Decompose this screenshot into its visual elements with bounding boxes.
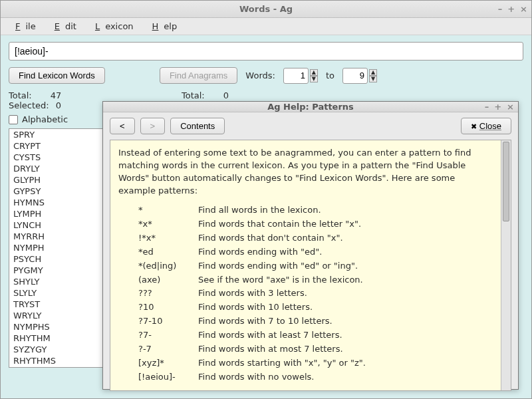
- table-row: ?7-Find words with at least 7 letters.: [138, 329, 366, 342]
- alphabetic-checkbox[interactable]: [9, 115, 18, 124]
- pattern-cell: *x*: [138, 217, 198, 231]
- pattern-cell: *: [138, 203, 198, 217]
- help-contents-button[interactable]: Contents: [170, 118, 225, 134]
- words-from-spinner[interactable]: ▲▼: [283, 68, 318, 84]
- help-back-button[interactable]: <: [110, 118, 135, 134]
- table-row: *(ed|ing)Find words ending with "ed" or …: [138, 259, 366, 273]
- menubar: File Edit Lexicon Help: [1, 18, 531, 35]
- description-cell: Find words with at most 7 letters.: [198, 342, 366, 356]
- pattern-input[interactable]: [9, 42, 523, 61]
- description-cell: Find words with 7 to 10 letters.: [198, 315, 366, 329]
- spinner-down-icon[interactable]: ▼: [369, 76, 377, 82]
- pattern-cell: (axe): [138, 273, 198, 287]
- help-content-frame: Instead of entering some text to be anag…: [110, 140, 511, 391]
- description-cell: Find words ending with "ed".: [198, 245, 366, 259]
- help-content: Instead of entering some text to be anag…: [110, 140, 501, 390]
- pattern-cell: *ed: [138, 245, 198, 259]
- help-window: Ag Help: Patterns – + × < > Contents Clo…: [102, 101, 519, 390]
- table-row: *Find all words in the lexicon.: [138, 203, 366, 217]
- help-intro: Instead of entering some text to be anag…: [118, 147, 493, 197]
- maximize-icon[interactable]: +: [507, 4, 515, 14]
- words-label: Words:: [245, 70, 275, 80]
- table-row: ?-7Find words with at most 7 letters.: [138, 342, 366, 356]
- description-cell: Find words ending with "ed" or "ing".: [198, 259, 366, 273]
- table-row: !*x*Find words that don't contain "x".: [138, 231, 366, 245]
- pattern-cell: ?-7: [138, 342, 198, 356]
- help-scrollbar[interactable]: [501, 140, 511, 390]
- table-row: *x*Find words that contain the letter "x…: [138, 217, 366, 231]
- description-cell: Find words that don't contain "x".: [198, 231, 366, 245]
- minimize-icon[interactable]: –: [485, 102, 489, 112]
- help-toolbar: < > Contents Close: [103, 112, 518, 140]
- total-label: Total:: [9, 90, 32, 100]
- window-title: Words - Ag: [239, 4, 293, 14]
- pattern-cell: ?7-: [138, 329, 198, 342]
- description-cell: Find words with no vowels.: [198, 370, 366, 384]
- pattern-cell: *(ed|ing): [138, 259, 198, 273]
- description-cell: Find words that contain the letter "x".: [198, 217, 366, 231]
- help-forward-button[interactable]: >: [140, 118, 166, 134]
- help-titlebar: Ag Help: Patterns – + ×: [103, 102, 518, 112]
- pattern-cell: ???: [138, 287, 198, 301]
- menu-lexicon[interactable]: Lexicon: [84, 19, 139, 33]
- x-icon: [471, 121, 479, 131]
- help-window-title: Ag Help: Patterns: [267, 102, 354, 112]
- menu-file[interactable]: File: [5, 19, 41, 33]
- right-total-value: 0: [223, 90, 229, 100]
- spinner-up-icon[interactable]: ▲: [310, 69, 318, 76]
- scrollbar-thumb[interactable]: [503, 142, 509, 221]
- words-from-input[interactable]: [283, 68, 309, 84]
- description-cell: Find words with 10 letters.: [198, 301, 366, 315]
- help-close-button[interactable]: Close: [461, 118, 511, 134]
- spinner-up-icon[interactable]: ▲: [369, 69, 377, 76]
- table-row: *edFind words ending with "ed".: [138, 245, 366, 259]
- words-to-input[interactable]: [342, 68, 368, 84]
- selected-value: 0: [56, 100, 61, 110]
- description-cell: See if the word "axe" is in the lexicon.: [198, 273, 366, 287]
- table-row: [xyz]*Find words starting with "x", "y" …: [138, 356, 366, 370]
- maximize-icon[interactable]: +: [494, 102, 501, 112]
- table-row: ?7-10Find words with 7 to 10 letters.: [138, 315, 366, 329]
- menu-edit[interactable]: Edit: [44, 19, 82, 33]
- right-total-label: Total:: [182, 90, 205, 100]
- minimize-icon[interactable]: –: [498, 4, 503, 14]
- pattern-cell: [!aeiou]-: [138, 370, 198, 384]
- action-row: Find Lexicon Words Find Anagrams Words: …: [9, 67, 523, 84]
- menu-help[interactable]: Help: [142, 19, 183, 33]
- table-row: [!aeiou]-Find words with no vowels.: [138, 370, 366, 384]
- total-value: 47: [51, 90, 62, 100]
- main-titlebar: Words - Ag – + ×: [1, 1, 531, 18]
- pattern-cell: [xyz]*: [138, 356, 198, 370]
- spinner-down-icon[interactable]: ▼: [310, 76, 318, 82]
- table-row: ?10Find words with 10 letters.: [138, 301, 366, 315]
- alphabetic-label: Alphabetic: [22, 114, 68, 124]
- description-cell: Find all words in the lexicon.: [198, 203, 366, 217]
- description-cell: Find words starting with "x", "y" or "z"…: [198, 356, 366, 370]
- words-to-label: to: [326, 70, 334, 80]
- selected-label: Selected:: [9, 100, 49, 110]
- find-lexicon-words-button[interactable]: Find Lexicon Words: [9, 67, 105, 84]
- pattern-cell: !*x*: [138, 231, 198, 245]
- table-row: ???Find words with 3 letters.: [138, 287, 366, 301]
- table-row: (axe)See if the word "axe" is in the lex…: [138, 273, 366, 287]
- description-cell: Find words with 3 letters.: [198, 287, 366, 301]
- description-cell: Find words with at least 7 letters.: [198, 329, 366, 342]
- pattern-cell: ?10: [138, 301, 198, 315]
- close-icon[interactable]: ×: [507, 102, 514, 112]
- pattern-examples-table: *Find all words in the lexicon.*x*Find w…: [138, 203, 366, 384]
- close-icon[interactable]: ×: [520, 4, 527, 14]
- words-to-spinner[interactable]: ▲▼: [342, 68, 377, 84]
- pattern-cell: ?7-10: [138, 315, 198, 329]
- find-anagrams-button[interactable]: Find Anagrams: [160, 67, 237, 84]
